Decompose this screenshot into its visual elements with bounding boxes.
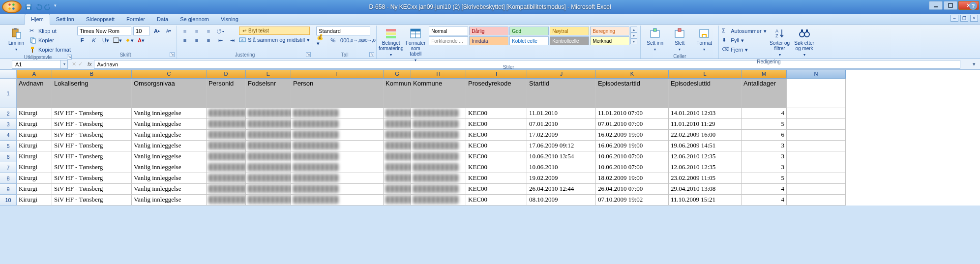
data-cell[interactable]: ██████████ <box>207 108 246 119</box>
font-color-button[interactable]: A▾ <box>136 36 146 45</box>
data-cell[interactable]: 11.01.2010 07:00 <box>596 108 669 119</box>
data-cell[interactable]: ██████████ <box>384 130 411 141</box>
data-cell[interactable]: ██████████ <box>291 162 384 173</box>
data-cell[interactable]: Vanlig innleggelse <box>132 141 207 151</box>
data-cell[interactable]: 19.02.2009 <box>527 173 596 184</box>
data-cell[interactable]: ██████████ <box>246 141 291 151</box>
data-cell[interactable]: Vanlig innleggelse <box>132 195 207 205</box>
data-cell[interactable] <box>787 184 846 195</box>
data-cell[interactable]: ██████████ <box>291 108 384 119</box>
align-left-button[interactable]: ≡ <box>180 36 190 45</box>
data-cell[interactable]: 11.10.2009 15:21 <box>669 195 742 205</box>
data-cell[interactable]: ██████████ <box>411 195 466 205</box>
style-cell[interactable]: God <box>509 27 549 35</box>
data-cell[interactable]: Vanlig innleggelse <box>132 184 207 195</box>
name-box[interactable] <box>12 60 61 69</box>
fx-icon[interactable]: fx <box>88 61 92 67</box>
mdi-minimize-button[interactable]: – <box>950 15 958 22</box>
data-cell[interactable]: ██████████ <box>246 173 291 184</box>
align-center-button[interactable]: ≡ <box>192 36 202 45</box>
header-cell[interactable]: Episodesluttid <box>669 79 742 108</box>
data-cell[interactable]: Kirurgi <box>17 195 52 205</box>
cancel-formula-icon[interactable]: ✕ <box>72 61 76 67</box>
style-cell[interactable]: Inndata <box>469 36 508 45</box>
style-cell[interactable]: Dårlig <box>469 27 508 35</box>
data-cell[interactable]: 11.01.2010 <box>527 108 596 119</box>
data-cell[interactable]: Kirurgi <box>17 151 52 162</box>
column-header[interactable]: C <box>132 70 207 79</box>
data-cell[interactable]: Kirurgi <box>17 162 52 173</box>
data-cell[interactable]: ██████████ <box>384 173 411 184</box>
data-cell[interactable]: SiV HF - Tønsberg <box>52 108 132 119</box>
header-cell[interactable]: Kommune <box>411 79 466 108</box>
data-cell[interactable]: KEC00 <box>466 195 527 205</box>
data-cell[interactable] <box>787 151 846 162</box>
data-cell[interactable]: 12.06.2010 12:35 <box>669 162 742 173</box>
merge-center-button[interactable]: aSlå sammen og midtstill ▾ <box>239 35 310 44</box>
data-cell[interactable]: ██████████ <box>246 119 291 130</box>
data-cell[interactable]: 07.01.2010 <box>527 119 596 130</box>
data-cell[interactable]: 19.06.2009 14:51 <box>669 141 742 151</box>
data-cell[interactable]: KEC00 <box>466 162 527 173</box>
data-cell[interactable]: Vanlig innleggelse <box>132 162 207 173</box>
data-cell[interactable]: ██████████ <box>207 130 246 141</box>
mdi-restore-button[interactable]: ❐ <box>960 15 968 22</box>
data-cell[interactable]: 22.02.2009 16:00 <box>669 130 742 141</box>
data-cell[interactable]: 17.02.2009 <box>527 130 596 141</box>
row-header[interactable]: 3 <box>0 119 17 130</box>
cut-button[interactable]: ✂Klipp ut <box>30 27 71 35</box>
data-cell[interactable]: 5 <box>742 173 787 184</box>
column-header[interactable]: G <box>384 70 411 79</box>
worksheet[interactable]: ABCDEFGHIJKLMN 1AvdnavnLokaliseringOmsor… <box>0 70 980 205</box>
tab-formler[interactable]: Formler <box>120 14 151 24</box>
data-cell[interactable]: Kirurgi <box>17 173 52 184</box>
accounting-format-button[interactable]: 💰▾ <box>316 36 326 45</box>
data-cell[interactable]: Kirurgi <box>17 184 52 195</box>
data-cell[interactable]: Vanlig innleggelse <box>132 151 207 162</box>
column-header[interactable]: D <box>207 70 246 79</box>
row-header[interactable]: 4 <box>0 130 17 141</box>
data-cell[interactable] <box>787 173 846 184</box>
data-cell[interactable]: 6 <box>742 130 787 141</box>
row-header[interactable]: 10 <box>0 195 17 205</box>
data-cell[interactable]: SiV HF - Tønsberg <box>52 162 132 173</box>
style-cell[interactable]: Beregning <box>590 27 629 35</box>
align-right-button[interactable]: ≡ <box>204 36 213 45</box>
row-header[interactable]: 5 <box>0 141 17 151</box>
data-cell[interactable]: ██████████ <box>384 151 411 162</box>
header-cell[interactable]: Kommunenr <box>384 79 411 108</box>
data-cell[interactable]: KEC00 <box>466 173 527 184</box>
data-cell[interactable]: ██████████ <box>207 141 246 151</box>
data-cell[interactable] <box>787 195 846 205</box>
wrap-text-button[interactable]: ↩Bryt tekst <box>239 27 310 35</box>
fill-button[interactable]: ⬇Fyll ▾ <box>722 36 766 45</box>
copy-button[interactable]: Kopier <box>30 36 71 45</box>
data-cell[interactable]: 07.01.2010 07:00 <box>596 119 669 130</box>
data-cell[interactable] <box>787 141 846 151</box>
data-cell[interactable]: ██████████ <box>246 195 291 205</box>
data-cell[interactable]: 4 <box>742 184 787 195</box>
data-cell[interactable]: KEC00 <box>466 108 527 119</box>
header-cell[interactable]: Antalldager <box>742 79 787 108</box>
style-gallery-up[interactable]: ▴ <box>630 27 637 32</box>
data-cell[interactable]: 16.02.2009 19:00 <box>596 130 669 141</box>
data-cell[interactable]: ██████████ <box>246 108 291 119</box>
data-cell[interactable]: ██████████ <box>246 162 291 173</box>
data-cell[interactable]: ██████████ <box>384 108 411 119</box>
data-cell[interactable]: Kirurgi <box>17 119 52 130</box>
dialog-launcher-font[interactable]: ↘ <box>170 52 175 57</box>
data-cell[interactable]: SiV HF - Tønsberg <box>52 119 132 130</box>
data-cell[interactable]: 10.06.2010 07:00 <box>596 162 669 173</box>
row-header[interactable]: 9 <box>0 184 17 195</box>
data-cell[interactable]: Kirurgi <box>17 141 52 151</box>
data-cell[interactable]: ██████████ <box>291 130 384 141</box>
data-cell[interactable]: 26.04.2010 12:44 <box>527 184 596 195</box>
header-cell[interactable]: Fodselsnr <box>246 79 291 108</box>
data-cell[interactable]: Kirurgi <box>17 130 52 141</box>
column-header[interactable]: J <box>527 70 596 79</box>
data-cell[interactable]: ██████████ <box>291 151 384 162</box>
data-cell[interactable]: 16.06.2009 19:00 <box>596 141 669 151</box>
header-cell[interactable]: Personid <box>207 79 246 108</box>
data-cell[interactable]: 08.10.2009 <box>527 195 596 205</box>
data-cell[interactable]: 07.10.2009 19:02 <box>596 195 669 205</box>
